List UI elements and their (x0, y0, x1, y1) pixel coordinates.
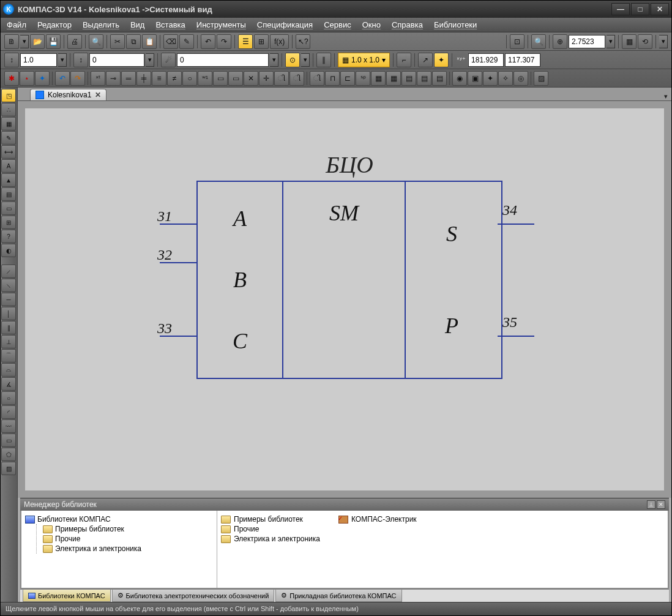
scheme-cross-icon[interactable]: ✕ (244, 71, 258, 86)
lt-pen-icon[interactable]: ✎ (1, 131, 16, 145)
toolbar-more[interactable]: ▾ (659, 35, 668, 48)
scheme-e2-icon[interactable]: ⊓ (325, 71, 340, 86)
lt-par-icon[interactable]: ∥ (1, 321, 16, 334)
btab-1[interactable]: Библиотеки КОМПАС (23, 590, 111, 602)
tool-b-icon[interactable]: ⟲ (638, 34, 652, 49)
scheme-wire-icon[interactable]: ી (274, 71, 289, 86)
lt-meas-icon[interactable]: ? (1, 230, 16, 243)
new-dropdown[interactable]: ▾ (20, 35, 29, 48)
close-panel-icon[interactable]: ✕ (657, 500, 665, 509)
tree-1[interactable]: Примеры библиотек (55, 525, 124, 533)
scheme-plus-icon[interactable]: ✛ (259, 71, 274, 86)
lt-line-icon[interactable]: ⟋ (1, 265, 16, 278)
menu-tools[interactable]: Инструменты (196, 20, 246, 29)
layers-value-input[interactable] (177, 53, 269, 67)
copy-icon[interactable]: ⧉ (126, 34, 141, 49)
layer-value-input[interactable] (89, 53, 144, 67)
lt-text-icon[interactable]: A (1, 159, 16, 173)
tab-overflow-icon[interactable]: ▾ (664, 92, 668, 100)
zoom-fit-icon[interactable]: ⊡ (510, 34, 525, 49)
brush-icon[interactable]: ✎ (179, 34, 194, 49)
menu-select[interactable]: Выделить (83, 20, 119, 29)
scheme-tbl2-icon[interactable]: ▤ (417, 71, 431, 86)
lt-edit-icon[interactable]: ▭ (1, 201, 16, 215)
scheme-1-icon[interactable]: ✱ (4, 71, 19, 86)
lt-dim-icon[interactable]: ⟷ (1, 145, 16, 159)
scheme-sp-icon[interactable]: ˢᵖ (356, 71, 370, 86)
lt-perp-icon[interactable]: ⊥ (1, 335, 16, 348)
titlebar[interactable]: K КОМПАС-3D V14 - Kolesnikova1 ->Системн… (1, 1, 671, 18)
scheme-g2-icon[interactable]: ▣ (468, 71, 482, 86)
eraser-icon[interactable]: ⌫ (163, 34, 178, 49)
ortho-icon[interactable]: ∥ (316, 53, 331, 67)
scheme-2-icon[interactable]: ⋆ (20, 71, 34, 86)
help-pointer-icon[interactable]: ↖? (296, 34, 310, 49)
layers-dropdown[interactable]: ▾ (270, 53, 278, 67)
menu-help[interactable]: Справка (392, 20, 423, 29)
style-icon[interactable]: ↕ (4, 53, 19, 67)
scheme-grid2-icon[interactable]: ▦ (386, 71, 401, 86)
style-dropdown[interactable]: ▾ (58, 53, 67, 67)
cut-icon[interactable]: ✂ (110, 34, 125, 49)
manager-icon[interactable]: ☰ (238, 34, 253, 49)
menu-window[interactable]: Окно (362, 20, 381, 29)
scheme-g5-icon[interactable]: ◎ (513, 71, 528, 86)
zoom-scale-icon[interactable]: ⊕ (553, 34, 567, 49)
scheme-split-icon[interactable]: ╪ (136, 71, 151, 86)
open-icon[interactable]: 📂 (30, 34, 45, 49)
lt-grid-icon[interactable]: ▦ (1, 117, 16, 130)
scheme-e3-icon[interactable]: ⊏ (340, 71, 355, 86)
scheme-g3-icon[interactable]: ✦ (483, 71, 498, 86)
save-icon[interactable]: 💾 (46, 34, 61, 49)
menu-view[interactable]: Вид (130, 20, 145, 29)
variables-icon[interactable]: ⊞ (254, 34, 269, 49)
scheme-eq-icon[interactable]: ≡ (152, 71, 166, 86)
menu-libs[interactable]: Библиотеки (434, 20, 477, 29)
scheme-box-icon[interactable]: ▭ (213, 71, 228, 86)
lt-spline-icon[interactable]: 〰 (1, 419, 16, 433)
canvas-area[interactable]: БЦО A B C SM (18, 101, 671, 498)
coord-x-input[interactable] (468, 53, 504, 67)
scheme-box2-icon[interactable]: ▭ (228, 71, 243, 86)
scheme-neq-icon[interactable]: ≠ (167, 71, 182, 86)
scheme-node-icon[interactable]: ⊸ (106, 71, 121, 86)
tree-3[interactable]: Электрика и электроника (55, 544, 141, 553)
menu-spec[interactable]: Спецификация (257, 20, 313, 29)
scheme-redo-icon[interactable]: ↷ (70, 71, 85, 86)
snap-icon[interactable]: ⊙ (285, 53, 300, 67)
scheme-undo-icon[interactable]: ↶ (55, 71, 70, 86)
lt-tan2-icon[interactable]: ⌓ (1, 363, 16, 377)
lt-arc-icon[interactable]: ◜ (1, 405, 16, 419)
library-tree[interactable]: Библиотеки КОМПАС Примеры библиотек Проч… (21, 511, 217, 588)
scheme-tbl-icon[interactable]: ▤ (401, 71, 416, 86)
new-doc-icon[interactable]: 🗎 (4, 34, 19, 49)
rounding-icon[interactable]: ✦ (434, 53, 449, 67)
lt-rect-icon[interactable]: ▭ (1, 434, 16, 447)
axis-icon[interactable]: ↗ (418, 53, 433, 67)
lt-vline-icon[interactable]: │ (1, 307, 16, 320)
menu-file[interactable]: Файл (7, 20, 26, 29)
redo-icon[interactable]: ↷ (217, 34, 231, 49)
tree-2[interactable]: Прочие (55, 535, 80, 543)
lt-line2-icon[interactable]: ⟍ (1, 279, 16, 292)
lt-select-icon[interactable]: ◳ (1, 89, 16, 102)
list-1[interactable]: Примеры библиотек (234, 515, 303, 524)
lt-param-icon[interactable]: ⊞ (1, 216, 16, 229)
menu-editor[interactable]: Редактор (37, 20, 72, 29)
lt-poly-icon[interactable]: ⬠ (1, 448, 16, 461)
scheme-tbl3-icon[interactable]: ▤ (432, 71, 447, 86)
zoom-icon[interactable]: 🔍 (531, 34, 546, 49)
print-icon[interactable]: 🖨 (67, 34, 82, 49)
lt-clip-icon[interactable]: ◐ (1, 244, 16, 257)
library-list[interactable]: Примеры библиотек Прочие Электрика и эле… (217, 511, 668, 588)
scheme-end-icon[interactable]: ▨ (534, 71, 548, 86)
lt-point-icon[interactable]: ∴ (1, 103, 16, 116)
coord-y-input[interactable] (505, 53, 540, 67)
scheme-w1-icon[interactable]: ʷ¹ (198, 71, 212, 86)
minimize-button[interactable]: — (611, 3, 630, 15)
list-3[interactable]: Электрика и электроника (234, 535, 320, 543)
lt-tan-icon[interactable]: ⌒ (1, 349, 16, 362)
scheme-g1-icon[interactable]: ◉ (452, 71, 467, 86)
btab-2[interactable]: ⚙Библиотека электротехнических обозначен… (112, 590, 275, 602)
menu-service[interactable]: Сервис (324, 20, 351, 29)
